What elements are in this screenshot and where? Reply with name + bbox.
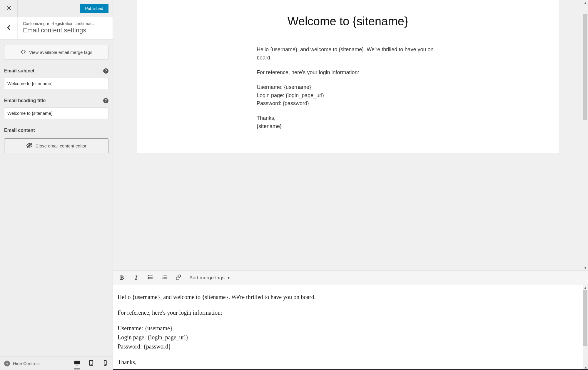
resize-handle[interactable] xyxy=(583,365,587,369)
hide-controls-button[interactable]: Hide Controls xyxy=(4,361,67,366)
editor-line[interactable]: Login page: {login_page_url} xyxy=(118,333,578,342)
link-icon xyxy=(176,274,181,281)
hide-controls-label: Hide Controls xyxy=(13,361,40,366)
help-icon[interactable]: ? xyxy=(103,98,108,103)
preview-line: {sitename} xyxy=(257,122,439,131)
breadcrumb-path: Registration confirmat… xyxy=(51,21,96,26)
numbered-list-button[interactable]: 1 2 3 xyxy=(159,273,169,283)
preview-pane: Welcome to {sitename} Hello {username}, … xyxy=(113,0,588,271)
published-button[interactable]: Published xyxy=(80,4,109,13)
scroll-track[interactable] xyxy=(583,5,588,265)
svg-rect-5 xyxy=(74,361,80,364)
device-tablet-button[interactable] xyxy=(88,360,94,367)
email-preview-heading: Welcome to {sitename} xyxy=(227,12,468,46)
caret-down-icon: ▼ xyxy=(227,276,230,280)
collapse-left-icon xyxy=(4,361,10,366)
editor-textarea[interactable]: Hello {username}, and welcome to {sitena… xyxy=(113,285,583,370)
preview-scrollbar[interactable]: ▲ ▼ xyxy=(583,0,588,271)
close-content-editor-label: Close email content editor xyxy=(36,143,86,148)
device-switcher xyxy=(74,360,108,367)
add-merge-tags-label: Add merge tags xyxy=(189,275,225,281)
mobile-icon xyxy=(102,360,108,367)
field-email-heading: Email heading title ? xyxy=(4,98,108,119)
bulleted-list-button[interactable] xyxy=(145,273,155,283)
svg-marker-4 xyxy=(6,362,8,364)
email-preview-body: Hello {username}, and welcome to {sitena… xyxy=(227,46,468,131)
scroll-down-icon[interactable]: ▼ xyxy=(583,265,588,271)
code-icon xyxy=(20,49,26,56)
svg-point-15 xyxy=(148,278,148,279)
bold-button[interactable]: B xyxy=(117,273,127,283)
svg-point-24 xyxy=(585,367,586,368)
close-content-editor-button[interactable]: Close email content editor xyxy=(4,138,108,153)
preview-line: Thanks, xyxy=(257,114,439,122)
svg-point-27 xyxy=(585,368,586,369)
svg-point-8 xyxy=(91,364,91,365)
italic-button[interactable]: I xyxy=(131,273,141,283)
scroll-track[interactable] xyxy=(583,290,588,365)
breadcrumb-root: Customizing xyxy=(23,21,46,26)
customizer-sidebar: Published Customizing ▶ Registration con… xyxy=(0,0,113,370)
svg-point-10 xyxy=(105,364,105,365)
view-merge-tags-label: View available email merge tags xyxy=(29,50,92,55)
editor-paragraph[interactable]: Hello {username}, and welcome to {sitena… xyxy=(118,293,578,302)
desktop-icon xyxy=(74,360,80,367)
app-root: Published Customizing ▶ Registration con… xyxy=(0,0,588,370)
svg-point-11 xyxy=(148,275,148,276)
preview-line: Login page: {login_page_url} xyxy=(257,92,439,100)
chevron-left-icon xyxy=(6,24,12,32)
sidebar-header: Customizing ▶ Registration confirmat… Em… xyxy=(0,17,113,40)
preview-paragraph: For reference, here's your login informa… xyxy=(257,69,439,77)
numbered-list-icon: 1 2 3 xyxy=(161,274,167,281)
bullet-list-icon xyxy=(147,274,153,281)
sidebar-top-bar: Published xyxy=(0,0,113,17)
scroll-up-icon[interactable]: ▲ xyxy=(583,0,588,5)
email-heading-input[interactable] xyxy=(4,107,108,119)
editor-line[interactable]: Password: {password} xyxy=(118,342,578,351)
preview-line: Username: {username} xyxy=(257,83,439,92)
scroll-thumb[interactable] xyxy=(583,14,587,120)
email-subject-label: Email subject xyxy=(4,68,34,74)
email-preview-card: Welcome to {sitename} Hello {username}, … xyxy=(137,0,559,153)
svg-point-13 xyxy=(148,277,148,277)
svg-text:3: 3 xyxy=(162,278,163,279)
section-title: Email content settings xyxy=(23,26,108,34)
italic-icon: I xyxy=(135,274,137,281)
editor-line[interactable]: Thanks, xyxy=(118,358,578,367)
chevron-right-icon: ▶ xyxy=(47,22,50,25)
back-button[interactable] xyxy=(0,17,18,39)
svg-point-25 xyxy=(586,367,587,368)
svg-point-28 xyxy=(586,368,587,369)
svg-point-26 xyxy=(584,368,584,369)
link-button[interactable] xyxy=(173,273,183,283)
tablet-icon xyxy=(88,360,94,367)
add-merge-tags-dropdown[interactable]: Add merge tags ▼ xyxy=(188,274,232,282)
email-heading-label: Email heading title xyxy=(4,98,46,103)
editor-scrollbar[interactable]: ▲ ▼ xyxy=(583,285,588,370)
field-email-content: Email content Close email content editor xyxy=(4,128,108,153)
email-content-label: Email content xyxy=(4,128,35,133)
email-subject-input[interactable] xyxy=(4,78,108,89)
editor-toolbar: B I 1 2 xyxy=(113,271,588,285)
content-editor-panel: B I 1 2 xyxy=(113,271,588,370)
device-mobile-button[interactable] xyxy=(102,360,108,367)
view-merge-tags-button[interactable]: View available email merge tags xyxy=(4,45,108,59)
editor-line[interactable]: Username: {username} xyxy=(118,324,578,333)
sidebar-body: View available email merge tags Email su… xyxy=(0,40,113,356)
sidebar-heading-block: Customizing ▶ Registration confirmat… Em… xyxy=(18,17,113,39)
scroll-up-icon[interactable]: ▲ xyxy=(583,285,588,290)
main-area: Welcome to {sitename} Hello {username}, … xyxy=(113,0,588,370)
scroll-thumb[interactable] xyxy=(583,290,587,346)
device-desktop-button[interactable] xyxy=(74,360,80,369)
preview-line: Password: {password} xyxy=(257,99,439,108)
help-icon[interactable]: ? xyxy=(103,68,108,74)
preview-paragraph: Hello {username}, and welcome to {sitena… xyxy=(257,46,439,62)
close-customizer-button[interactable] xyxy=(0,0,18,17)
editor-paragraph[interactable]: For reference, here's your login informa… xyxy=(118,308,578,317)
svg-rect-6 xyxy=(76,365,78,365)
svg-point-23 xyxy=(586,366,587,366)
close-icon xyxy=(6,5,12,12)
sidebar-footer: Hide Controls xyxy=(0,356,113,370)
field-email-subject: Email subject ? xyxy=(4,68,108,89)
breadcrumb: Customizing ▶ Registration confirmat… xyxy=(23,21,108,26)
